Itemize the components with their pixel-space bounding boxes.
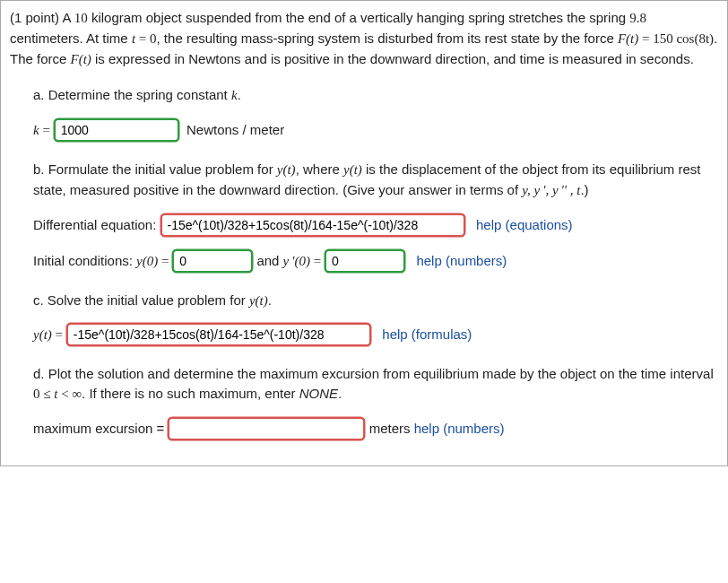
y0-input[interactable] [172, 249, 253, 273]
max-excursion-input[interactable] [168, 417, 365, 440]
part-a: a. Determine the spring constant k. k = … [33, 85, 718, 142]
problem-intro: (1 point) A 10 kilogram object suspended… [10, 8, 718, 69]
mass-value: 10 [74, 11, 88, 25]
help-numbers-link-d[interactable]: help (numbers) [414, 421, 505, 436]
diffeq-input[interactable] [160, 213, 465, 237]
diffeq-row: Differential equation: help (equations) [33, 213, 718, 237]
max-excursion-units: meters [369, 421, 411, 436]
stretch-value: 9.8 [629, 11, 646, 25]
part-b: b. Formulate the initial value problem f… [33, 160, 718, 273]
yprime0-input[interactable] [325, 249, 405, 273]
spring-constant-units: Newtons / meter [186, 122, 284, 137]
initial-conditions-row: Initial conditions: y(0) = and y '(0) = … [33, 249, 718, 273]
help-formulas-link[interactable]: help (formulas) [382, 326, 472, 342]
part-c: c. Solve the initial value problem for y… [33, 291, 718, 347]
part-d: d. Plot the solution and determine the m… [33, 364, 718, 440]
help-numbers-link-b[interactable]: help (numbers) [416, 253, 507, 268]
help-equations-link[interactable]: help (equations) [476, 217, 573, 232]
max-excursion-label: maximum excursion = [33, 421, 164, 436]
solution-input[interactable] [66, 323, 371, 346]
spring-constant-input[interactable] [54, 118, 179, 142]
points-label: (1 point) [10, 10, 59, 25]
diffeq-label: Differential equation: [33, 217, 156, 232]
